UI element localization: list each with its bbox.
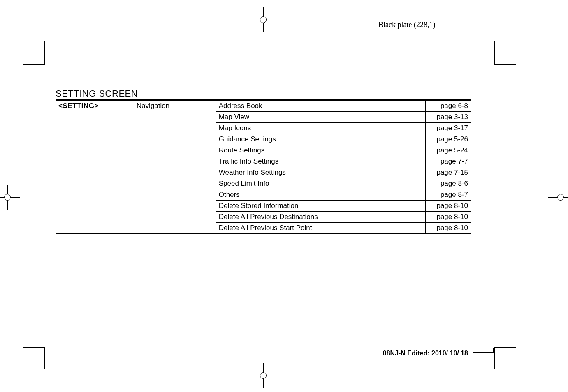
cell-page: page 5-26 (426, 134, 471, 145)
cell-page: page 7-15 (426, 167, 471, 178)
crop-mark (494, 347, 495, 369)
content-area: SETTING SCREEN <SETTING> Navigation Addr… (56, 88, 471, 234)
cell-page: page 5-24 (426, 145, 471, 156)
cell-setting: <SETTING> (56, 101, 134, 234)
plate-header-text: Black plate (228,1) (378, 21, 435, 29)
cell-label: Speed Limit Info (216, 178, 425, 189)
crop-mark (44, 347, 45, 369)
cell-label: Guidance Settings (216, 134, 425, 145)
cell-page: page 8-6 (426, 178, 471, 189)
cell-label: Traffic Info Settings (216, 156, 425, 167)
table-row: <SETTING> Navigation Address Book page 6… (56, 101, 471, 112)
registration-mark-bottom (251, 363, 276, 388)
cell-page: page 3-17 (426, 123, 471, 134)
cell-label: Route Settings (216, 145, 425, 156)
cell-label: Delete All Previous Destinations (216, 212, 425, 223)
cell-label: Map View (216, 112, 425, 123)
crop-mark (23, 64, 45, 65)
page-root: Black plate (228,1) SETTING SCREEN <SETT… (0, 0, 568, 392)
registration-mark-top (251, 7, 276, 32)
cell-label: Address Book (216, 101, 425, 112)
footer-tab (473, 348, 494, 353)
footer-edited-text: 08NJ-N Edited: 2010/ 10/ 18 (383, 350, 468, 357)
cell-page: page 8-7 (426, 189, 471, 201)
crop-mark (494, 41, 495, 64)
crop-mark (494, 64, 516, 65)
crop-mark (23, 347, 45, 348)
cell-page: page 3-13 (426, 112, 471, 123)
cell-page: page 8-10 (426, 223, 471, 234)
setting-table: <SETTING> Navigation Address Book page 6… (56, 100, 471, 234)
footer-edited-box: 08NJ-N Edited: 2010/ 10/ 18 (378, 348, 473, 359)
cell-label: Delete Stored Information (216, 201, 425, 212)
section-title: SETTING SCREEN (56, 88, 471, 100)
crop-mark (44, 41, 45, 64)
cell-page: page 7-7 (426, 156, 471, 167)
cell-page: page 8-10 (426, 212, 471, 223)
cell-label: Others (216, 189, 425, 201)
registration-mark-left (0, 185, 20, 210)
cell-page: page 8-10 (426, 201, 471, 212)
cell-page: page 6-8 (426, 101, 471, 112)
crop-mark (494, 347, 516, 348)
cell-navigation: Navigation (134, 101, 216, 234)
cell-label: Delete All Previous Start Point (216, 223, 425, 234)
registration-mark-right (548, 185, 568, 210)
cell-label: Weather Info Settings (216, 167, 425, 178)
cell-label: Map Icons (216, 123, 425, 134)
